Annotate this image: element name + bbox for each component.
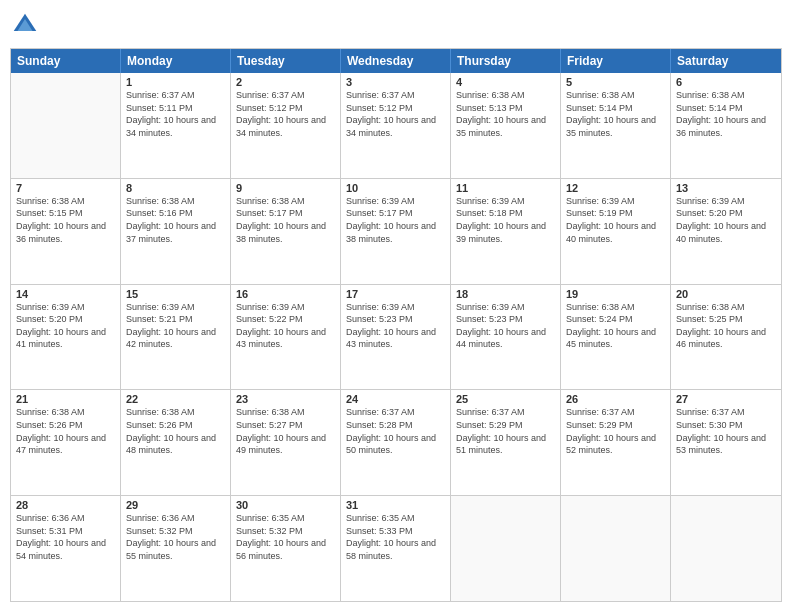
day-number: 3 [346,76,445,88]
day-info: Sunrise: 6:38 AMSunset: 5:26 PMDaylight:… [16,406,115,456]
day-number: 13 [676,182,776,194]
day-number: 28 [16,499,115,511]
day-info: Sunrise: 6:38 AMSunset: 5:15 PMDaylight:… [16,195,115,245]
day-info: Sunrise: 6:37 AMSunset: 5:12 PMDaylight:… [236,89,335,139]
day-cell-23: 23Sunrise: 6:38 AMSunset: 5:27 PMDayligh… [231,390,341,495]
day-cell-14: 14Sunrise: 6:39 AMSunset: 5:20 PMDayligh… [11,285,121,390]
day-number: 8 [126,182,225,194]
day-number: 12 [566,182,665,194]
day-cell-25: 25Sunrise: 6:37 AMSunset: 5:29 PMDayligh… [451,390,561,495]
day-info: Sunrise: 6:37 AMSunset: 5:11 PMDaylight:… [126,89,225,139]
day-info: Sunrise: 6:37 AMSunset: 5:12 PMDaylight:… [346,89,445,139]
header-day-tuesday: Tuesday [231,49,341,73]
day-info: Sunrise: 6:37 AMSunset: 5:30 PMDaylight:… [676,406,776,456]
day-info: Sunrise: 6:36 AMSunset: 5:31 PMDaylight:… [16,512,115,562]
day-info: Sunrise: 6:38 AMSunset: 5:14 PMDaylight:… [676,89,776,139]
day-info: Sunrise: 6:38 AMSunset: 5:25 PMDaylight:… [676,301,776,351]
day-info: Sunrise: 6:38 AMSunset: 5:17 PMDaylight:… [236,195,335,245]
day-cell-4: 4Sunrise: 6:38 AMSunset: 5:13 PMDaylight… [451,73,561,178]
day-cell-31: 31Sunrise: 6:35 AMSunset: 5:33 PMDayligh… [341,496,451,601]
day-info: Sunrise: 6:38 AMSunset: 5:27 PMDaylight:… [236,406,335,456]
week-row-4: 21Sunrise: 6:38 AMSunset: 5:26 PMDayligh… [11,390,781,496]
day-cell-19: 19Sunrise: 6:38 AMSunset: 5:24 PMDayligh… [561,285,671,390]
day-number: 22 [126,393,225,405]
day-info: Sunrise: 6:38 AMSunset: 5:26 PMDaylight:… [126,406,225,456]
calendar-header: SundayMondayTuesdayWednesdayThursdayFrid… [11,49,781,73]
week-row-2: 7Sunrise: 6:38 AMSunset: 5:15 PMDaylight… [11,179,781,285]
calendar: SundayMondayTuesdayWednesdayThursdayFrid… [10,48,782,602]
day-info: Sunrise: 6:39 AMSunset: 5:18 PMDaylight:… [456,195,555,245]
day-info: Sunrise: 6:39 AMSunset: 5:19 PMDaylight:… [566,195,665,245]
day-number: 19 [566,288,665,300]
logo [10,10,44,40]
day-number: 23 [236,393,335,405]
day-info: Sunrise: 6:35 AMSunset: 5:32 PMDaylight:… [236,512,335,562]
day-cell-13: 13Sunrise: 6:39 AMSunset: 5:20 PMDayligh… [671,179,781,284]
day-cell-7: 7Sunrise: 6:38 AMSunset: 5:15 PMDaylight… [11,179,121,284]
day-info: Sunrise: 6:39 AMSunset: 5:21 PMDaylight:… [126,301,225,351]
logo-icon [10,10,40,40]
day-cell-15: 15Sunrise: 6:39 AMSunset: 5:21 PMDayligh… [121,285,231,390]
day-cell-27: 27Sunrise: 6:37 AMSunset: 5:30 PMDayligh… [671,390,781,495]
day-info: Sunrise: 6:39 AMSunset: 5:22 PMDaylight:… [236,301,335,351]
calendar-body: 1Sunrise: 6:37 AMSunset: 5:11 PMDaylight… [11,73,781,601]
day-number: 15 [126,288,225,300]
week-row-1: 1Sunrise: 6:37 AMSunset: 5:11 PMDaylight… [11,73,781,179]
day-cell-6: 6Sunrise: 6:38 AMSunset: 5:14 PMDaylight… [671,73,781,178]
day-number: 16 [236,288,335,300]
day-number: 20 [676,288,776,300]
day-info: Sunrise: 6:35 AMSunset: 5:33 PMDaylight:… [346,512,445,562]
day-number: 27 [676,393,776,405]
header-day-thursday: Thursday [451,49,561,73]
day-info: Sunrise: 6:39 AMSunset: 5:17 PMDaylight:… [346,195,445,245]
day-info: Sunrise: 6:38 AMSunset: 5:14 PMDaylight:… [566,89,665,139]
day-number: 24 [346,393,445,405]
day-cell-3: 3Sunrise: 6:37 AMSunset: 5:12 PMDaylight… [341,73,451,178]
day-cell-1: 1Sunrise: 6:37 AMSunset: 5:11 PMDaylight… [121,73,231,178]
day-number: 2 [236,76,335,88]
day-number: 26 [566,393,665,405]
day-number: 30 [236,499,335,511]
day-info: Sunrise: 6:37 AMSunset: 5:29 PMDaylight:… [456,406,555,456]
day-cell-10: 10Sunrise: 6:39 AMSunset: 5:17 PMDayligh… [341,179,451,284]
day-cell-22: 22Sunrise: 6:38 AMSunset: 5:26 PMDayligh… [121,390,231,495]
day-cell-24: 24Sunrise: 6:37 AMSunset: 5:28 PMDayligh… [341,390,451,495]
day-info: Sunrise: 6:38 AMSunset: 5:24 PMDaylight:… [566,301,665,351]
week-row-5: 28Sunrise: 6:36 AMSunset: 5:31 PMDayligh… [11,496,781,601]
header-day-saturday: Saturday [671,49,781,73]
empty-cell [11,73,121,178]
header-day-sunday: Sunday [11,49,121,73]
day-cell-29: 29Sunrise: 6:36 AMSunset: 5:32 PMDayligh… [121,496,231,601]
day-number: 6 [676,76,776,88]
day-cell-2: 2Sunrise: 6:37 AMSunset: 5:12 PMDaylight… [231,73,341,178]
day-info: Sunrise: 6:39 AMSunset: 5:23 PMDaylight:… [346,301,445,351]
day-number: 11 [456,182,555,194]
day-cell-18: 18Sunrise: 6:39 AMSunset: 5:23 PMDayligh… [451,285,561,390]
day-cell-26: 26Sunrise: 6:37 AMSunset: 5:29 PMDayligh… [561,390,671,495]
header-day-monday: Monday [121,49,231,73]
day-number: 14 [16,288,115,300]
header [10,10,782,40]
day-info: Sunrise: 6:39 AMSunset: 5:20 PMDaylight:… [16,301,115,351]
day-info: Sunrise: 6:38 AMSunset: 5:13 PMDaylight:… [456,89,555,139]
page: SundayMondayTuesdayWednesdayThursdayFrid… [0,0,792,612]
day-cell-11: 11Sunrise: 6:39 AMSunset: 5:18 PMDayligh… [451,179,561,284]
day-cell-5: 5Sunrise: 6:38 AMSunset: 5:14 PMDaylight… [561,73,671,178]
day-number: 17 [346,288,445,300]
day-number: 9 [236,182,335,194]
day-number: 29 [126,499,225,511]
header-day-wednesday: Wednesday [341,49,451,73]
day-number: 10 [346,182,445,194]
day-number: 31 [346,499,445,511]
day-cell-16: 16Sunrise: 6:39 AMSunset: 5:22 PMDayligh… [231,285,341,390]
day-number: 25 [456,393,555,405]
day-info: Sunrise: 6:39 AMSunset: 5:20 PMDaylight:… [676,195,776,245]
day-number: 4 [456,76,555,88]
day-cell-17: 17Sunrise: 6:39 AMSunset: 5:23 PMDayligh… [341,285,451,390]
week-row-3: 14Sunrise: 6:39 AMSunset: 5:20 PMDayligh… [11,285,781,391]
day-cell-12: 12Sunrise: 6:39 AMSunset: 5:19 PMDayligh… [561,179,671,284]
header-day-friday: Friday [561,49,671,73]
day-number: 5 [566,76,665,88]
day-info: Sunrise: 6:37 AMSunset: 5:29 PMDaylight:… [566,406,665,456]
day-info: Sunrise: 6:38 AMSunset: 5:16 PMDaylight:… [126,195,225,245]
